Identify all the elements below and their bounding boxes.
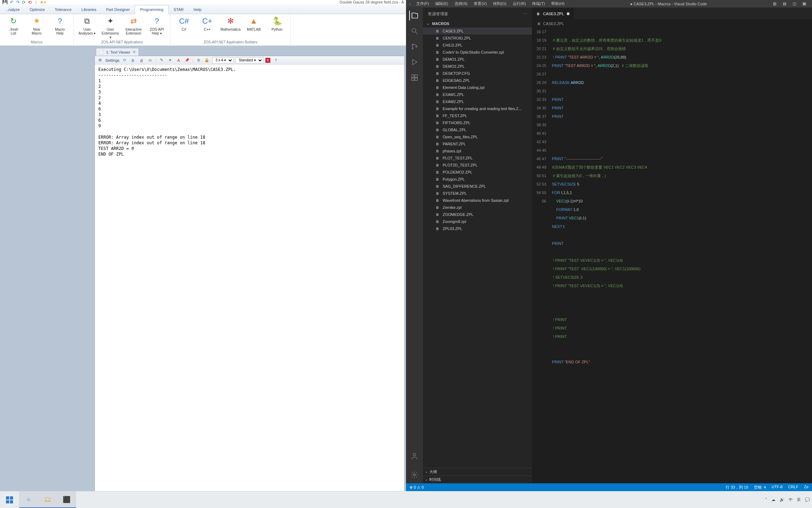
file-row[interactable]: 🗎PARENT.ZPL	[423, 140, 532, 147]
ribbon-tab[interactable]: Libraries	[76, 5, 101, 14]
menu-item[interactable]: 查看(V)	[471, 0, 490, 7]
refresh-icon[interactable]: ⟳	[122, 57, 128, 64]
layout-icon[interactable]: ▥	[770, 0, 780, 7]
folder-row[interactable]: ⌄ MACROS	[423, 20, 532, 27]
help-icon[interactable]: ?	[272, 57, 279, 64]
outline-section[interactable]: ›大纲	[423, 468, 532, 476]
file-row[interactable]: 🗎PLOT2D_TEST.ZPL	[423, 162, 532, 169]
file-row[interactable]: 🗎phases.zpl	[423, 147, 532, 155]
tray-volume-icon[interactable]: 🔊	[780, 497, 785, 502]
file-row[interactable]: 🗎FF_TEST.ZPL	[423, 112, 532, 119]
panel-icon[interactable]: ▤	[780, 0, 789, 7]
file-row[interactable]: 🗎SAG_DIFFERENCE.ZPL	[423, 183, 532, 190]
ribbon-button[interactable]: ↻..fresh List	[4, 16, 23, 35]
file-row[interactable]: 🗎GLOBAL.ZPL	[423, 126, 532, 133]
export-icon[interactable]: 🗎	[130, 57, 136, 64]
file-row[interactable]: 🗎DESKTOP.CFG	[423, 70, 532, 77]
account-icon[interactable]	[410, 451, 419, 461]
status-position[interactable]: 行 33，列 15	[726, 485, 748, 490]
menu-item[interactable]: 帮助(H)	[548, 0, 567, 7]
file-row[interactable]: 🗎Open_seq_files.ZPL	[423, 133, 532, 140]
file-row[interactable]: 🗎EXAM2.ZPL	[423, 98, 532, 105]
file-row[interactable]: 🗎Example for creating and reading text f…	[423, 105, 532, 112]
stop-icon[interactable]: ✕	[265, 58, 270, 63]
menu-item[interactable]: 选择(S)	[452, 0, 470, 7]
status-problems[interactable]: ⊗ 0 ⚠ 0	[410, 485, 424, 490]
tray-ime-mode[interactable]: 英	[797, 497, 801, 502]
status-encoding[interactable]: UTF-8	[771, 485, 782, 490]
file-row[interactable]: 🗎CodeV to OpticStudio Converter.zpl	[423, 49, 532, 56]
print-icon[interactable]: 🖨	[139, 57, 145, 64]
close-icon[interactable]: ✕	[133, 50, 136, 54]
taskbar-explorer[interactable]: 🗂	[38, 491, 57, 508]
taskbar-zemax[interactable]: ⬛	[57, 491, 76, 508]
menu-item[interactable]: 编辑(E)	[432, 0, 451, 7]
settings-label[interactable]: Settings	[105, 58, 119, 62]
ribbon-button[interactable]: ▲MATLAB	[244, 16, 264, 31]
ribbon-tab[interactable]: Optimize	[25, 5, 50, 14]
file-row[interactable]: 🗎CENTROID.ZPL	[423, 35, 532, 42]
breadcrumb[interactable]: 🗎 CASE3.ZPL	[532, 20, 812, 28]
text-viewer-tab[interactable]: 📄 1: Text Viewer ✕	[96, 48, 139, 56]
timeline-section[interactable]: ›时间线	[423, 476, 532, 483]
sidebar-icon[interactable]: ◫	[789, 0, 799, 7]
file-tree[interactable]: 🗎CASE3.ZPL🗎CENTROID.ZPL🗎CHILD.ZPL🗎CodeV …	[423, 27, 532, 468]
file-row[interactable]: 🗎Zernike.zpl	[423, 204, 532, 211]
tray-chevron-icon[interactable]: ˄	[765, 497, 767, 502]
pick-icon[interactable]: ✎	[159, 57, 165, 64]
ribbon-tab[interactable]: ..nalyze	[1, 5, 25, 14]
file-row[interactable]: 🗎POLDEMO2.ZPL	[423, 169, 532, 176]
taskbar-vscode[interactable]: ⟐	[19, 491, 38, 508]
style-select[interactable]: Standard ▾	[235, 57, 263, 64]
code[interactable]: # 要注意，自定义的数组，所有维度的索引起始值是1，而不是0 # 自定义数组不允…	[552, 28, 812, 483]
ribbon-tab[interactable]: Help	[189, 5, 207, 14]
settings-icon[interactable]: ⚙	[97, 57, 103, 64]
ribbon-button[interactable]: C#C#	[174, 16, 194, 31]
file-row[interactable]: 🗎EDGESAG.ZPL	[423, 77, 532, 84]
menu-item[interactable]: 终端(T)	[529, 0, 548, 7]
menu-item[interactable]: 文件(F)	[413, 0, 432, 7]
window-icon[interactable]: ▭	[147, 57, 153, 64]
ribbon-tab[interactable]: Part Designer	[101, 5, 135, 14]
file-row[interactable]: 🗎Polygon.ZPL	[423, 176, 532, 183]
file-row[interactable]: 🗎FIFTHORD.ZPL	[423, 119, 532, 126]
ribbon-tab[interactable]: Tolerance	[50, 5, 76, 14]
ribbon-button[interactable]: ⧉User Analyses ▾	[77, 16, 97, 39]
clear-icon[interactable]: ⊘	[195, 57, 202, 64]
font-icon[interactable]: A	[176, 57, 182, 64]
ribbon-tab[interactable]: Programming	[135, 5, 168, 14]
status-language[interactable]: Ze	[804, 485, 808, 490]
file-row[interactable]: 🗎ZOOMEDGE.ZPL	[423, 211, 532, 218]
file-row[interactable]: 🗎CASE3.ZPL	[423, 28, 532, 35]
ribbon-tab[interactable]: STAR	[169, 5, 189, 14]
dropdown-icon[interactable]: ▾	[167, 57, 173, 64]
start-button[interactable]	[0, 491, 19, 508]
size-select[interactable]: 3 x 4 ▾	[212, 57, 233, 64]
search-icon[interactable]	[410, 26, 419, 36]
menu-item[interactable]: 运行(R)	[510, 0, 529, 7]
menu-item[interactable]: 转到(G)	[490, 0, 509, 7]
extensions-icon[interactable]	[410, 73, 419, 83]
editor-tab[interactable]: 🗎 CASE3.ZPL	[532, 8, 574, 19]
file-row[interactable]: 🗎DEMO2.ZPL	[423, 63, 532, 70]
ribbon-button[interactable]: ✷New Macro	[27, 16, 47, 35]
file-row[interactable]: 🗎EXAM1.ZPL	[423, 91, 532, 98]
pin-icon[interactable]: 📌	[184, 57, 190, 64]
ribbon-button[interactable]: ?Macro Help	[50, 16, 70, 35]
status-spaces[interactable]: 空格: 4	[754, 485, 766, 490]
lock-icon[interactable]: 🔒	[204, 57, 210, 64]
ribbon-button[interactable]: ✻Mathematica	[221, 16, 240, 31]
explorer-icon[interactable]	[409, 11, 419, 20]
ribbon-button[interactable]: C+C++	[197, 16, 217, 31]
settings-gear-icon[interactable]	[410, 470, 419, 480]
ribbon-button[interactable]: ?ZOS-API Help ▾	[147, 16, 167, 39]
ribbon-button[interactable]: 🐍Python	[267, 16, 287, 31]
more-icon[interactable]: ⋯	[523, 12, 527, 16]
file-row[interactable]: 🗎DEMO1.ZPL	[423, 56, 532, 63]
ribbon-button[interactable]: ✦User Extensions ▾	[100, 16, 120, 39]
source-control-icon[interactable]	[410, 42, 419, 52]
tray-ime[interactable]: 中	[789, 497, 793, 502]
file-row[interactable]: 🗎SYSTEM.ZPL	[423, 190, 532, 197]
file-row[interactable]: 🗎ZPL03.ZPL	[423, 225, 532, 232]
text-viewer-body[interactable]: Executing C:\Users\X\Documents\Zemax\MAC…	[95, 65, 404, 500]
